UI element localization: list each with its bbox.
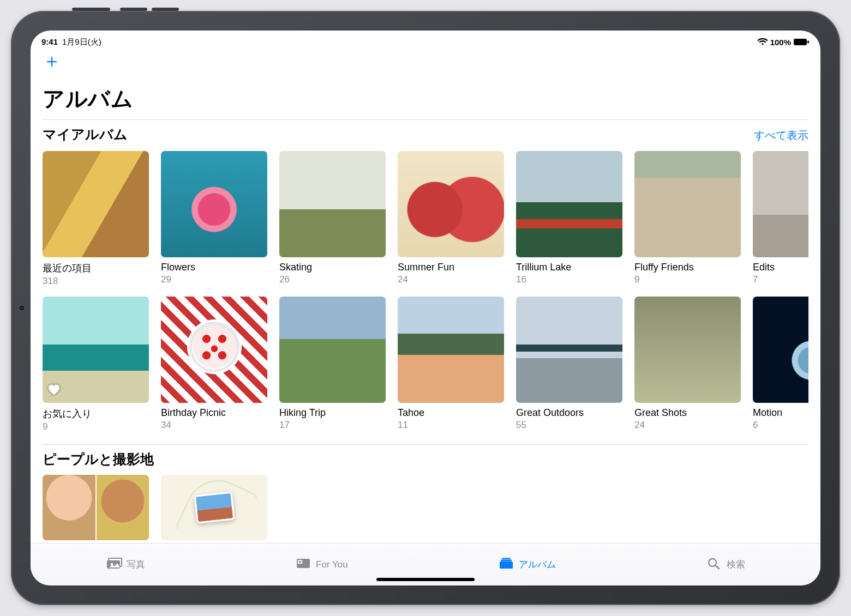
album-title: Skating bbox=[279, 262, 386, 273]
tab-photos[interactable]: 写真 bbox=[106, 557, 145, 572]
album-count: 6 bbox=[753, 420, 808, 431]
status-bar: 9:41 1月9日(火) 100% bbox=[31, 31, 820, 46]
album-title: Tahoe bbox=[398, 407, 504, 419]
album-thumb bbox=[634, 297, 741, 403]
status-time: 9:41 bbox=[41, 37, 58, 46]
photos-icon bbox=[106, 557, 122, 572]
album-thumb bbox=[634, 151, 741, 257]
album-thumb bbox=[398, 297, 504, 403]
album-count: 318 bbox=[43, 276, 149, 287]
album-flowers[interactable]: Flowers 29 bbox=[161, 151, 267, 287]
content[interactable]: マイアルバム すべて表示 最近の項目 318 Flowers 29 Skatin… bbox=[31, 114, 820, 543]
section-people-places-title: ピープルと撮影地 bbox=[43, 450, 154, 468]
tab-label: 検索 bbox=[727, 558, 745, 571]
album-thumb bbox=[753, 297, 808, 403]
section-my-albums-header: マイアルバム すべて表示 bbox=[43, 125, 808, 143]
tab-albums[interactable]: アルバム bbox=[498, 557, 556, 572]
album-count: 24 bbox=[634, 420, 741, 431]
album-places[interactable] bbox=[161, 475, 267, 540]
add-album-button[interactable]: ＋ bbox=[43, 51, 808, 70]
album-thumb bbox=[279, 151, 386, 257]
album-thumb bbox=[516, 297, 622, 403]
svg-rect-9 bbox=[502, 558, 511, 559]
tab-for-you[interactable]: For You bbox=[295, 557, 348, 572]
ipad-frame: 9:41 1月9日(火) 100% ＋ アルバム マイアルバム bbox=[11, 11, 840, 605]
album-row-2: お気に入り 9 Birthday Picnic 34 Hiking Trip 1… bbox=[43, 297, 808, 432]
tab-label: For You bbox=[316, 559, 348, 570]
album-thumb bbox=[753, 151, 808, 257]
battery-icon bbox=[793, 38, 810, 46]
album-title: Fluffy Friends bbox=[634, 262, 741, 273]
album-edits[interactable]: Edits 7 bbox=[753, 151, 808, 287]
album-tahoe[interactable]: Tahoe 11 bbox=[398, 297, 504, 432]
album-great-outdoors[interactable]: Great Outdoors 55 bbox=[516, 297, 622, 432]
album-title: Great Shots bbox=[634, 407, 741, 419]
heart-icon bbox=[48, 384, 60, 397]
album-thumb bbox=[43, 297, 149, 403]
album-title: Great Outdoors bbox=[516, 407, 622, 419]
album-count: 29 bbox=[161, 274, 267, 285]
home-indicator[interactable] bbox=[376, 578, 475, 581]
people-places-row bbox=[43, 475, 808, 540]
album-trillium-lake[interactable]: Trillium Lake 16 bbox=[516, 151, 622, 287]
svg-rect-8 bbox=[501, 560, 512, 561]
album-birthday-picnic[interactable]: Birthday Picnic 34 bbox=[161, 297, 267, 432]
volume-up-button bbox=[120, 8, 147, 11]
section-my-albums-title: マイアルバム bbox=[43, 125, 128, 143]
see-all-link[interactable]: すべて表示 bbox=[754, 128, 808, 143]
album-people[interactable] bbox=[43, 475, 149, 540]
album-count: 55 bbox=[516, 420, 622, 431]
svg-line-11 bbox=[716, 566, 720, 569]
albums-icon bbox=[498, 557, 514, 572]
album-count: 34 bbox=[161, 420, 267, 431]
for-you-icon bbox=[295, 557, 311, 572]
album-recents[interactable]: 最近の項目 318 bbox=[43, 151, 149, 287]
tab-label: アルバム bbox=[519, 558, 556, 571]
album-fluffy-friends[interactable]: Fluffy Friends 9 bbox=[634, 151, 741, 287]
page-title: アルバム bbox=[43, 84, 808, 114]
album-summer-fun[interactable]: Summer Fun 24 bbox=[398, 151, 504, 287]
album-count: 26 bbox=[279, 274, 386, 285]
album-title: お気に入り bbox=[43, 407, 149, 420]
sleep-button bbox=[72, 8, 110, 11]
album-thumb bbox=[161, 151, 267, 257]
album-title: Flowers bbox=[161, 262, 267, 273]
album-count: 9 bbox=[634, 274, 741, 285]
tab-bar: 写真 For You アルバム 検索 bbox=[31, 543, 820, 585]
album-thumb bbox=[43, 151, 149, 257]
screen: 9:41 1月9日(火) 100% ＋ アルバム マイアルバム bbox=[31, 31, 820, 585]
album-count: 16 bbox=[516, 274, 622, 285]
volume-down-button bbox=[152, 8, 179, 11]
album-thumb bbox=[516, 151, 622, 257]
album-title: Hiking Trip bbox=[279, 407, 386, 419]
album-title: Birthday Picnic bbox=[161, 407, 267, 419]
album-title: 最近の項目 bbox=[43, 262, 149, 275]
svg-rect-0 bbox=[794, 39, 807, 45]
album-hiking-trip[interactable]: Hiking Trip 17 bbox=[279, 297, 386, 432]
tab-search[interactable]: 検索 bbox=[706, 557, 745, 572]
album-title: Trillium Lake bbox=[516, 262, 622, 273]
divider bbox=[43, 444, 808, 445]
tab-label: 写真 bbox=[127, 558, 145, 571]
album-thumb bbox=[279, 297, 386, 403]
album-skating[interactable]: Skating 26 bbox=[279, 151, 386, 287]
front-camera bbox=[20, 306, 24, 310]
album-motion[interactable]: Motion 6 bbox=[753, 297, 808, 432]
wifi-icon bbox=[757, 38, 768, 46]
svg-rect-1 bbox=[807, 41, 809, 44]
album-great-shots[interactable]: Great Shots 24 bbox=[634, 297, 741, 432]
svg-rect-7 bbox=[500, 561, 513, 569]
album-thumb bbox=[161, 297, 267, 403]
map-pin-icon bbox=[194, 491, 235, 523]
album-count: 9 bbox=[43, 421, 149, 432]
face-thumb bbox=[43, 475, 95, 540]
album-title: Motion bbox=[753, 407, 808, 419]
face-thumb bbox=[97, 475, 149, 540]
album-title: Edits bbox=[753, 262, 808, 273]
divider bbox=[43, 119, 808, 120]
album-favorites[interactable]: お気に入り 9 bbox=[43, 297, 149, 432]
album-count: 17 bbox=[279, 420, 386, 431]
section-people-places-header: ピープルと撮影地 bbox=[43, 450, 808, 468]
album-count: 11 bbox=[398, 420, 504, 431]
search-icon bbox=[706, 557, 722, 572]
